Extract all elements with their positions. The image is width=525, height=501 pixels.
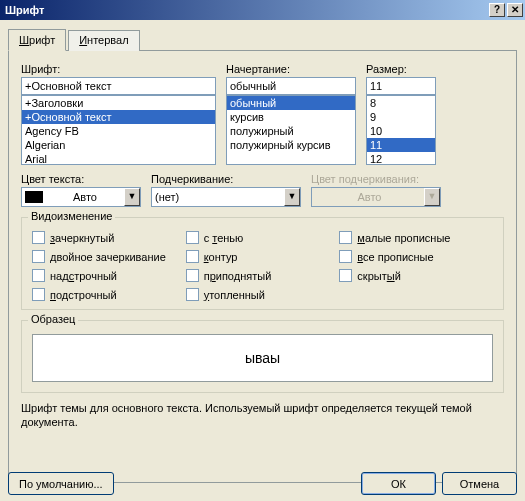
checkbox-label: приподнятый [204,270,272,282]
font-label: Шрифт: [21,63,216,75]
checkbox-icon [32,231,45,244]
checkbox-icon [339,231,352,244]
checkbox-label: двойное зачеркивание [50,251,166,263]
sample-preview: ываы [32,334,493,382]
effect-checkbox[interactable]: малые прописные [339,231,493,244]
list-item[interactable]: Agency FB [22,124,215,138]
effect-checkbox[interactable]: зачеркнутый [32,231,186,244]
list-item[interactable]: 8 [367,96,435,110]
sample-legend: Образец [28,313,78,325]
font-input[interactable] [21,77,216,95]
checkbox-icon [186,269,199,282]
size-listbox[interactable]: 89101112 [366,95,436,165]
list-item[interactable]: 9 [367,110,435,124]
list-item[interactable]: +Основной текст [22,110,215,124]
close-button[interactable]: ✕ [507,3,523,17]
chevron-down-icon: ▼ [124,188,140,206]
default-button[interactable]: По умолчанию... [8,472,114,495]
color-combo[interactable]: Авто ▼ [21,187,141,207]
tab-panel: Шрифт: +Заголовки+Основной текстAgency F… [8,51,517,483]
color-value: Авто [46,191,124,203]
effect-checkbox[interactable]: скрытый [339,269,493,282]
tab-interval[interactable]: Интервал [68,30,139,52]
font-listbox[interactable]: +Заголовки+Основной текстAgency FBAlgeri… [21,95,216,165]
checkbox-label: с тенью [204,232,244,244]
size-input[interactable] [366,77,436,95]
underline-combo[interactable]: (нет) ▼ [151,187,301,207]
checkbox-icon [32,250,45,263]
list-item[interactable]: 12 [367,152,435,165]
list-item[interactable]: Algerian [22,138,215,152]
effect-checkbox[interactable]: все прописные [339,250,493,263]
underline-color-value: Авто [315,191,424,203]
underline-label: Подчеркивание: [151,173,301,185]
checkbox-icon [339,250,352,263]
effect-checkbox[interactable]: надстрочный [32,269,186,282]
effects-group: Видоизменение зачеркнутыйдвойное зачерки… [21,217,504,310]
sample-group: Образец ываы [21,320,504,393]
list-item[interactable]: полужирный [227,124,355,138]
list-item[interactable]: 10 [367,124,435,138]
checkbox-icon [186,288,199,301]
help-button[interactable]: ? [489,3,505,17]
color-label: Цвет текста: [21,173,141,185]
list-item[interactable]: обычный [227,96,355,110]
underline-color-combo: Авто ▼ [311,187,441,207]
window-title: Шрифт [5,4,487,16]
checkbox-icon [339,269,352,282]
underline-value: (нет) [155,191,284,203]
style-input[interactable] [226,77,356,95]
list-item[interactable]: полужирный курсив [227,138,355,152]
checkbox-icon [32,269,45,282]
checkbox-label: утопленный [204,289,265,301]
list-item[interactable]: 11 [367,138,435,152]
checkbox-label: контур [204,251,238,263]
effect-checkbox[interactable]: подстрочный [32,288,186,301]
tab-strip: Шрифт Интервал [8,28,517,51]
checkbox-label: все прописные [357,251,433,263]
effects-legend: Видоизменение [28,210,115,222]
effect-checkbox[interactable]: утопленный [186,288,340,301]
checkbox-label: надстрочный [50,270,117,282]
checkbox-label: малые прописные [357,232,450,244]
checkbox-icon [186,250,199,263]
size-label: Размер: [366,63,436,75]
checkbox-label: скрытый [357,270,400,282]
style-listbox[interactable]: обычныйкурсивполужирныйполужирный курсив [226,95,356,165]
checkbox-icon [32,288,45,301]
checkbox-icon [186,231,199,244]
chevron-down-icon: ▼ [424,188,440,206]
ok-button[interactable]: ОК [361,472,436,495]
effect-checkbox[interactable]: приподнятый [186,269,340,282]
effect-checkbox[interactable]: с тенью [186,231,340,244]
cancel-button[interactable]: Отмена [442,472,517,495]
color-swatch [25,191,43,203]
hint-text: Шрифт темы для основного текста. Использ… [21,401,504,430]
tab-font[interactable]: Шрифт [8,29,66,51]
list-item[interactable]: +Заголовки [22,96,215,110]
effect-checkbox[interactable]: двойное зачеркивание [32,250,186,263]
underline-color-label: Цвет подчеркивания: [311,173,441,185]
effect-checkbox[interactable]: контур [186,250,340,263]
checkbox-label: зачеркнутый [50,232,114,244]
chevron-down-icon: ▼ [284,188,300,206]
style-label: Начертание: [226,63,356,75]
checkbox-label: подстрочный [50,289,117,301]
list-item[interactable]: Arial [22,152,215,165]
titlebar: Шрифт ? ✕ [0,0,525,20]
list-item[interactable]: курсив [227,110,355,124]
